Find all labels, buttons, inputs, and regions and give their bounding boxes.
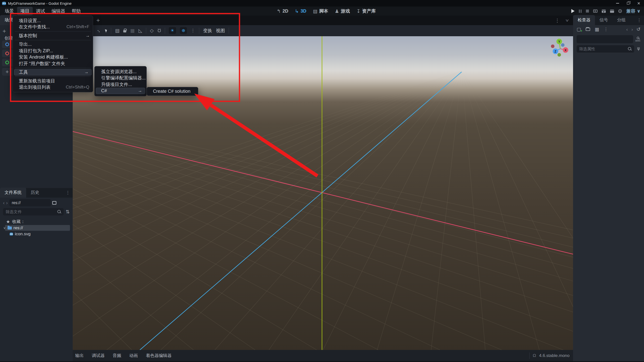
workspace-game[interactable]: ♟游戏 xyxy=(335,8,350,14)
gizmo-neg-x[interactable] xyxy=(551,44,554,48)
menu-item-tools[interactable]: 工具→ xyxy=(14,69,92,76)
menu-item-quit-to-project-list[interactable]: 退出到项目列表Ctrl+Shift+Q xyxy=(13,84,93,91)
object-history-icon[interactable]: ↺ xyxy=(636,27,640,32)
menu-item-open-user-data-folder[interactable]: 打开 “用户数据” 文件夹 xyxy=(13,60,93,67)
submenu-arrow-icon: → xyxy=(86,33,93,38)
save-resource-icon[interactable]: ▦ xyxy=(595,27,599,32)
snap-object-icon[interactable]: ◇ xyxy=(150,28,154,33)
nav-back-icon[interactable]: ‹ xyxy=(3,200,5,205)
menu-item-install-android-template[interactable]: 安装 Android 构建模板... xyxy=(13,54,93,61)
sun-toggle[interactable]: ☀ xyxy=(169,27,176,34)
menu-item-upgrade-project-files[interactable]: 升级项目文件... xyxy=(95,81,146,88)
restore-button[interactable] xyxy=(623,0,633,7)
panel-audio[interactable]: 音频 xyxy=(113,353,121,358)
tab-groups[interactable]: 分组 xyxy=(613,15,630,25)
doc-search-icon[interactable]: DOC xyxy=(635,37,640,42)
svg-text:Y: Y xyxy=(558,40,560,43)
panel-output[interactable]: 输出 xyxy=(75,353,84,358)
tree-row-file[interactable]: icon.svg xyxy=(10,232,30,237)
history-forward-icon[interactable]: › xyxy=(631,27,633,32)
assetlib-icon: ↧ xyxy=(356,8,360,14)
tab-filesystem[interactable]: 文件系统 xyxy=(0,188,26,198)
minimize-button[interactable] xyxy=(612,0,623,7)
gizmo-neg-z[interactable] xyxy=(561,43,565,47)
transform-menu[interactable]: 变换 xyxy=(203,28,212,34)
play-button[interactable] xyxy=(571,9,575,13)
menu-item-pack-zip[interactable]: 项目打包为 ZIP... xyxy=(13,48,93,54)
path-breadcrumb[interactable]: res:// xyxy=(9,199,51,206)
menu-help[interactable]: 帮助 xyxy=(68,7,84,15)
menu-scene[interactable]: 场景 xyxy=(2,7,17,15)
tree-row-root[interactable]: ∨ res:// xyxy=(5,225,70,231)
menu-editor[interactable]: 编辑器 xyxy=(48,7,68,15)
play-remote-button[interactable] xyxy=(593,10,597,13)
star-icon: ★ xyxy=(6,219,10,224)
play-custom-scene-button[interactable] xyxy=(610,10,614,13)
property-filter-input[interactable] xyxy=(577,45,634,53)
menu-item-version-control[interactable]: 版本控制→ xyxy=(13,32,93,39)
tools-submenu-popup: 孤立资源浏览器... 引擎编译配置编辑器... 升级项目文件... C#→ xyxy=(94,66,147,96)
play-scene-button[interactable] xyxy=(602,10,606,13)
menu-item-csharp[interactable]: C#→ xyxy=(96,88,145,94)
bottom-panel-bar: 输出 调试器 音频 动画 着色器编辑器 Ω 4.6.stable.mono xyxy=(73,350,573,361)
viewport-3d[interactable]: Y X Z xyxy=(73,36,573,350)
search-icon xyxy=(628,47,631,50)
new-resource-icon[interactable]: ▢+ xyxy=(577,27,581,32)
tree-file-label: icon.svg xyxy=(15,232,30,237)
axis-gizmo[interactable]: Y X Z xyxy=(548,37,573,62)
restore-icon xyxy=(627,2,629,5)
menu-item-find-in-files[interactable]: 在文件中查找...Ctrl+Shift+F xyxy=(13,24,93,30)
split-view-icon[interactable] xyxy=(52,201,56,205)
resource-extra-icon[interactable]: ⋮ xyxy=(604,27,608,32)
tab-signals[interactable]: 信号 xyxy=(595,15,613,25)
panel-shader-editor[interactable]: 着色器编辑器 xyxy=(146,353,172,358)
filesystem-menu-icon[interactable]: ⋮ xyxy=(66,190,73,198)
pause-button[interactable] xyxy=(579,10,582,13)
workspace-2d[interactable]: ↰2D xyxy=(277,8,288,14)
property-tools-icon[interactable]: ⋔ xyxy=(636,47,640,51)
menu-item-reload-project[interactable]: 重新加载当前项目 xyxy=(13,78,93,84)
tab-inspector[interactable]: 检查器 xyxy=(573,15,595,25)
menu-item-create-csharp-solution[interactable]: Create C# solution xyxy=(147,88,198,95)
close-button[interactable]: × xyxy=(633,0,644,7)
file-filter-input[interactable] xyxy=(3,208,64,215)
menu-debug[interactable]: 调试 xyxy=(33,7,48,15)
menu-item-orphan-resource-explorer[interactable]: 孤立资源浏览器... xyxy=(95,68,146,75)
expand-viewport-icon[interactable] xyxy=(565,19,569,22)
menu-item-export[interactable]: 导出... xyxy=(13,41,93,48)
renderer-selector[interactable]: 兼容∨ xyxy=(626,8,640,14)
group-icon[interactable]: ▦ xyxy=(130,28,135,33)
load-resource-icon[interactable] xyxy=(586,28,590,31)
inspector-menu-icon[interactable]: ⋮ xyxy=(637,18,644,25)
tab-history[interactable]: 历史 xyxy=(26,188,44,198)
menu-item-engine-compile-config[interactable]: 引擎编译配置编辑器... xyxy=(95,75,146,81)
nav-forward-icon[interactable]: › xyxy=(6,200,8,205)
gizmo-neg-y[interactable] xyxy=(557,53,561,57)
snap-magnet-icon[interactable]: Ω xyxy=(157,28,161,33)
view-menu[interactable]: 视图 xyxy=(216,28,225,34)
movie-maker-button[interactable] xyxy=(618,9,622,13)
sort-icon[interactable]: ⇅ xyxy=(66,209,70,214)
menu-item-project-settings[interactable]: 项目设置... xyxy=(13,17,93,24)
notification-bell-icon[interactable]: Ω xyxy=(533,353,536,358)
collapse-icon[interactable]: ∨ xyxy=(3,226,6,230)
workspace-assetlib[interactable]: ↧资产库 xyxy=(356,8,376,14)
viewport-extra-menu-icon[interactable]: ⋮ xyxy=(191,28,195,33)
environment-toggle[interactable]: ⊕ xyxy=(180,27,187,34)
workspace-3d[interactable]: ↳3D xyxy=(295,8,306,14)
scale-mode-icon[interactable]: ↔ xyxy=(96,27,103,34)
new-scene-tab-button[interactable]: + xyxy=(96,17,100,24)
ruler-icon[interactable]: ◺ xyxy=(138,28,142,33)
select-list-icon[interactable]: ▤ xyxy=(115,28,119,33)
panel-debugger[interactable]: 调试器 xyxy=(92,353,105,358)
panel-animation[interactable]: 动画 xyxy=(129,353,138,358)
workspace-script[interactable]: ▤脚本 xyxy=(313,8,328,14)
scene-tabs-menu-icon[interactable]: ⋮ xyxy=(555,18,560,23)
select-mode-icon[interactable] xyxy=(105,29,108,32)
add-node-button[interactable]: + xyxy=(3,28,6,35)
history-back-icon[interactable]: ‹ xyxy=(626,27,628,32)
resource-name-bar[interactable] xyxy=(577,35,633,43)
stop-button[interactable] xyxy=(586,10,589,13)
lock-icon[interactable] xyxy=(123,30,126,32)
menu-project[interactable]: 项目 xyxy=(17,7,33,15)
